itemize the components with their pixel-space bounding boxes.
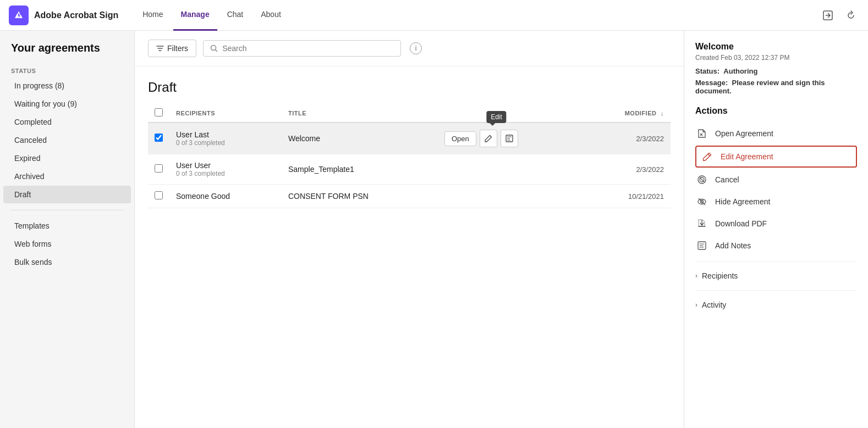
edit-tooltip: Edit [486, 111, 507, 123]
panel-divider-2 [695, 290, 857, 291]
row1-actions-cell: Open Edit [438, 123, 583, 154]
panel-message-label: Message: [695, 79, 728, 87]
row1-checkbox-cell [148, 123, 169, 154]
sidebar-item-archived[interactable]: Archived [3, 168, 131, 185]
recipients-chevron-icon: › [695, 272, 697, 280]
action-edit-agreement[interactable]: Edit Agreement [695, 146, 857, 168]
row1-recipient-name: User Last [176, 130, 275, 139]
table-header-row: RECIPIENTS TITLE MODIFIED ↓ [148, 104, 671, 123]
row1-recipient-cell: User Last 0 of 3 completed [169, 123, 282, 154]
sidebar-item-in-progress[interactable]: In progress (8) [3, 77, 131, 95]
panel-status-value: Authoring [723, 67, 757, 75]
table-row[interactable]: User User 0 of 3 completed Sample_Templa… [148, 154, 671, 185]
row2-recipient-sub: 0 of 3 completed [176, 170, 275, 177]
filters-label: Filters [167, 44, 188, 53]
row3-checkbox-cell [148, 185, 169, 208]
action-cancel[interactable]: Cancel [695, 169, 857, 191]
action-hide-agreement[interactable]: Hide Agreement [695, 191, 857, 213]
panel-created-meta: Created Feb 03, 2022 12:37 PM [695, 54, 857, 62]
row2-checkbox[interactable] [155, 164, 163, 173]
row1-edit-button[interactable] [480, 130, 497, 147]
sidebar: Your agreements STATUS In progress (8) W… [0, 31, 135, 428]
header-checkbox-col [148, 104, 169, 123]
nav-manage[interactable]: Manage [173, 0, 217, 31]
panel-message: Message: Please review and sign this doc… [695, 79, 857, 95]
sidebar-item-waiting-for-you[interactable]: Waiting for you (9) [3, 95, 131, 113]
nav-about[interactable]: About [253, 0, 289, 31]
main-layout: Your agreements STATUS In progress (8) W… [0, 31, 868, 428]
search-box[interactable] [203, 40, 401, 57]
nav-home[interactable]: Home [135, 0, 171, 31]
recipients-collapsible[interactable]: › Recipients [695, 266, 857, 286]
info-icon[interactable]: i [410, 42, 422, 54]
recipients-label: Recipients [702, 271, 738, 280]
content-header: Filters i [135, 31, 684, 66]
panel-agreement-title: Welcome [695, 42, 857, 52]
edit-agreement-label: Edit Agreement [721, 152, 773, 161]
sort-arrow-icon: ↓ [661, 110, 664, 116]
svg-point-1 [211, 46, 216, 51]
header-recipients: RECIPIENTS [169, 104, 282, 123]
agreements-table: RECIPIENTS TITLE MODIFIED ↓ [148, 104, 671, 208]
row2-recipient-cell: User User 0 of 3 completed [169, 154, 282, 185]
action-open-agreement[interactable]: Open Agreement [695, 123, 857, 144]
row2-recipient-name: User User [176, 161, 275, 170]
sidebar-item-draft[interactable]: Draft [3, 186, 131, 203]
sidebar-item-web-forms[interactable]: Web forms [3, 235, 131, 253]
brand: Adobe Acrobat Sign [9, 5, 118, 25]
activity-chevron-icon: › [695, 301, 697, 309]
row1-checkbox[interactable] [155, 134, 163, 142]
cancel-icon [695, 173, 708, 186]
panel-actions-title: Actions [695, 106, 857, 116]
hide-agreement-icon [695, 195, 708, 208]
header-title: TITLE [282, 104, 438, 123]
row1-open-button[interactable]: Open [444, 131, 476, 146]
sidebar-item-bulk-sends[interactable]: Bulk sends [3, 253, 131, 271]
row2-actions-cell [438, 154, 583, 185]
nav-chat[interactable]: Chat [219, 0, 251, 31]
sidebar-item-templates[interactable]: Templates [3, 217, 131, 235]
status-section-label: STATUS [0, 63, 134, 76]
cancel-label: Cancel [715, 175, 739, 184]
header-modified[interactable]: MODIFIED ↓ [583, 104, 671, 123]
sidebar-item-completed[interactable]: Completed [3, 113, 131, 131]
add-notes-label: Add Notes [715, 241, 751, 250]
edit-agreement-icon [701, 150, 714, 163]
sidebar-divider [11, 210, 123, 210]
row3-recipient-cell: Someone Good [169, 185, 282, 208]
filters-button[interactable]: Filters [148, 40, 196, 57]
open-agreement-icon [695, 127, 708, 140]
share-icon[interactable] [820, 7, 836, 24]
row1-recipient-sub: 0 of 3 completed [176, 139, 275, 147]
row3-checkbox[interactable] [155, 191, 163, 199]
select-all-checkbox[interactable] [155, 108, 163, 116]
row3-title-cell: CONSENT FORM PSN [282, 185, 438, 208]
open-agreement-label: Open Agreement [715, 129, 773, 138]
right-panel: Welcome Created Feb 03, 2022 12:37 PM St… [684, 31, 868, 428]
table-area: Draft RECIPIENTS TITLE MODIFIED ↓ [135, 66, 684, 428]
table-row[interactable]: User Last 0 of 3 completed Welcome Open … [148, 123, 671, 154]
section-title: Draft [148, 80, 671, 95]
panel-status: Status: Authoring [695, 67, 857, 75]
action-download-pdf[interactable]: Download PDF [695, 213, 857, 235]
sidebar-item-canceled[interactable]: Canceled [3, 131, 131, 149]
add-notes-icon [695, 239, 708, 252]
header-actions-spacer [438, 104, 583, 123]
table-row[interactable]: Someone Good CONSENT FORM PSN 10/21/2021 [148, 185, 671, 208]
row1-title-cell: Welcome [282, 123, 438, 154]
row3-actions-cell [438, 185, 583, 208]
action-add-notes[interactable]: Add Notes [695, 235, 857, 257]
brand-name: Adobe Acrobat Sign [34, 10, 118, 20]
row3-recipient-name: Someone Good [176, 192, 275, 201]
search-input[interactable] [222, 44, 394, 53]
panel-status-label: Status: [695, 67, 719, 75]
activity-collapsible[interactable]: › Activity [695, 295, 857, 315]
nav-right-icons [820, 7, 859, 24]
row1-notes-button[interactable] [501, 130, 518, 147]
sidebar-item-expired[interactable]: Expired [3, 149, 131, 167]
row1-modified: 2/3/2022 [583, 123, 671, 154]
refresh-icon[interactable] [843, 7, 859, 24]
hide-agreement-label: Hide Agreement [715, 197, 770, 206]
panel-divider-1 [695, 261, 857, 262]
row1-edit-wrapper: Edit [480, 130, 497, 147]
